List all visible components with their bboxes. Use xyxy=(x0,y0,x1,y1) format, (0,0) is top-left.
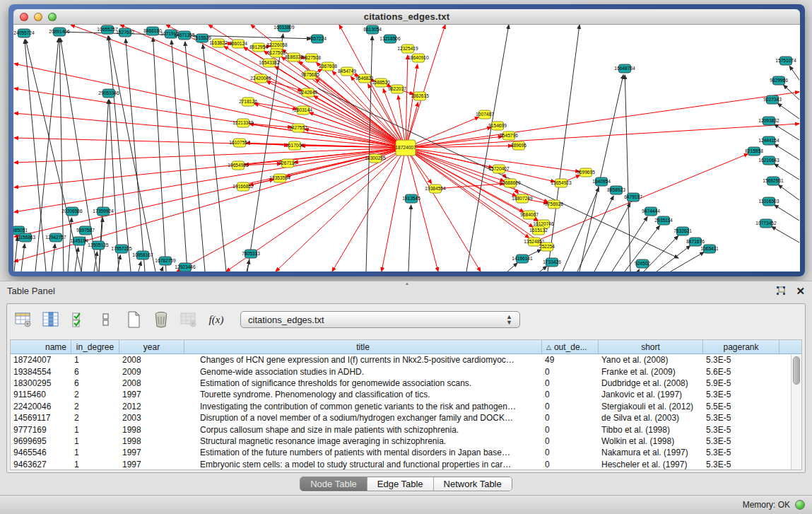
table-row[interactable]: 1830029562008Estimation of significance … xyxy=(11,378,801,389)
table-cell[interactable]: 0 xyxy=(542,460,599,469)
citation-edge-black[interactable] xyxy=(161,267,163,271)
table-cell[interactable]: 9115460 xyxy=(11,390,71,399)
graph-node[interactable]: 2718126 xyxy=(239,98,257,106)
graph-node[interactable]: 12093832 xyxy=(758,117,779,125)
graph-node[interactable]: 10688609 xyxy=(500,179,521,187)
citation-edge-black[interactable] xyxy=(577,196,613,271)
table-row[interactable]: 2242004622012Investigating the contribut… xyxy=(11,401,801,412)
graph-node[interactable]: 8471676 xyxy=(686,238,705,246)
graph-node[interactable]: 7857224 xyxy=(308,35,326,43)
citation-edge-black[interactable] xyxy=(625,75,630,271)
scrollbar-thumb[interactable] xyxy=(793,356,800,385)
network-canvas[interactable]: 1872400711638228860124891295423226058912… xyxy=(13,25,800,271)
table-cell[interactable]: Estimation of significance thresholds fo… xyxy=(184,378,542,388)
graph-node[interactable]: 1588520 xyxy=(372,78,390,87)
graph-node[interactable]: 924502 xyxy=(635,259,650,268)
table-cell[interactable]: Yano et al. (2008) xyxy=(599,355,703,365)
graph-node[interactable]: 889695 xyxy=(511,141,526,150)
table-cell[interactable]: Hescheler et al. (1997) xyxy=(599,460,703,469)
table-cell[interactable]: Investigating the contribution of common… xyxy=(184,402,542,411)
table-cell[interactable]: 18724007 xyxy=(11,355,71,365)
citation-edge-black[interactable] xyxy=(108,36,131,271)
table-cell[interactable]: 1997 xyxy=(119,460,184,469)
table-row[interactable]: 1872400712008Changes of HCN gene express… xyxy=(11,354,801,366)
new-file-icon[interactable] xyxy=(124,310,143,329)
table-cell[interactable]: Stergiakouli et al. (2012) xyxy=(599,402,703,411)
citation-edge-black[interactable] xyxy=(466,25,509,271)
table-cell[interactable]: 9699695 xyxy=(11,436,71,446)
table-cell[interactable]: 0 xyxy=(542,378,599,388)
delete-rows-icon[interactable] xyxy=(152,310,170,329)
table-cell[interactable]: 5.3E-5 xyxy=(703,413,779,423)
graph-node[interactable]: 8912954 xyxy=(249,43,268,52)
graph-node[interactable]: 1163822 xyxy=(209,39,228,47)
column-header-year[interactable]: year xyxy=(119,340,184,354)
citation-edge-black[interactable] xyxy=(185,42,205,271)
citation-edge-black[interactable] xyxy=(21,244,25,271)
graph-node[interactable]: 13654923 xyxy=(551,179,572,187)
table-row[interactable]: 911546021997Tourette syndrome. Phenomeno… xyxy=(11,389,801,400)
citation-edge-red[interactable] xyxy=(14,148,406,237)
window-titlebar[interactable]: citations_edges.txt xyxy=(13,9,800,25)
table-cell[interactable]: 0 xyxy=(542,367,599,377)
table-cell[interactable]: Jankovic et al. (1997) xyxy=(599,390,703,399)
citation-edge-black[interactable] xyxy=(772,226,799,243)
table-cell[interactable]: 0 xyxy=(542,448,599,457)
graph-node[interactable]: 24055724 xyxy=(13,29,35,37)
graph-node[interactable]: 9822037 xyxy=(388,85,406,93)
graph-node[interactable]: 12353594 xyxy=(269,174,290,182)
citation-edge-black[interactable] xyxy=(507,263,517,271)
citation-edge-black[interactable] xyxy=(139,262,141,271)
table-cell[interactable]: 2 xyxy=(71,390,119,399)
citation-edge-black[interactable] xyxy=(775,205,799,221)
column-chooser-icon[interactable] xyxy=(42,310,60,329)
table-cell[interactable]: Tibbo et al. (1998) xyxy=(599,425,703,435)
graph-node[interactable]: 1733426 xyxy=(543,258,561,267)
citation-edge-red[interactable] xyxy=(406,92,799,148)
citation-edge-red[interactable] xyxy=(14,148,406,187)
delete-table-icon[interactable] xyxy=(180,310,198,329)
citation-edge-red[interactable] xyxy=(14,148,406,212)
citation-edge-red[interactable] xyxy=(382,148,406,271)
vertical-scrollbar[interactable] xyxy=(791,355,801,469)
table-cell[interactable]: 22420046 xyxy=(11,402,71,411)
table-cell[interactable]: de Silva et al. (2003) xyxy=(599,413,703,423)
graph-node[interactable]: 18640910 xyxy=(408,54,429,62)
graph-node[interactable]: 8186328 xyxy=(285,53,303,62)
graph-node[interactable]: 10773452 xyxy=(755,219,777,228)
table-cell[interactable]: 14569117 xyxy=(11,413,71,423)
table-row[interactable]: 946554611997Estimation of the future num… xyxy=(11,447,801,458)
table-cell[interactable]: 5.3E-5 xyxy=(703,460,779,469)
graph-node-hub[interactable]: 18724007 xyxy=(395,140,416,156)
citation-edge-black[interactable] xyxy=(563,187,599,271)
graph-node[interactable]: 18807249 xyxy=(512,194,533,203)
graph-node[interactable]: 2935114 xyxy=(654,216,673,225)
column-header-out_de[interactable]: △out_de... xyxy=(542,340,599,354)
table-cell[interactable]: 9777169 xyxy=(11,425,71,435)
graph-node[interactable]: 7632621 xyxy=(673,227,692,235)
table-settings-icon[interactable] xyxy=(14,310,33,329)
graph-node[interactable]: 8958923 xyxy=(607,186,625,194)
table-cell[interactable]: 5.9E-5 xyxy=(703,378,779,388)
table-cell[interactable]: 1 xyxy=(71,436,119,446)
column-header-name[interactable]: name xyxy=(11,340,71,354)
table-cell[interactable]: 0 xyxy=(542,413,599,423)
graph-node[interactable]: 14196141 xyxy=(512,255,533,263)
graph-node[interactable]: 16033809 xyxy=(273,25,295,32)
table-cell[interactable]: 1 xyxy=(71,448,119,457)
table-cell[interactable]: 2008 xyxy=(119,378,184,388)
close-panel-icon[interactable]: ✕ xyxy=(796,286,805,296)
citation-edge-red[interactable] xyxy=(406,25,445,148)
graph-node[interactable]: 1840954 xyxy=(592,177,611,186)
table-cell[interactable]: Franke et al. (2009) xyxy=(599,367,703,377)
graph-node[interactable]: 6479197 xyxy=(624,193,642,201)
graph-node[interactable]: 12213349 xyxy=(233,119,254,127)
table-cell[interactable]: Wolkin et al. (1998) xyxy=(599,436,703,446)
table-cell[interactable]: 2 xyxy=(71,402,119,411)
citation-edge-red[interactable] xyxy=(406,148,529,238)
graph-node[interactable]: 1913545 xyxy=(402,194,420,203)
table-cell[interactable]: 2008 xyxy=(119,355,184,365)
graph-node[interactable]: 29053346 xyxy=(98,89,119,98)
graph-node[interactable]: 15720407 xyxy=(488,165,510,173)
table-cell[interactable]: 6 xyxy=(71,378,119,388)
